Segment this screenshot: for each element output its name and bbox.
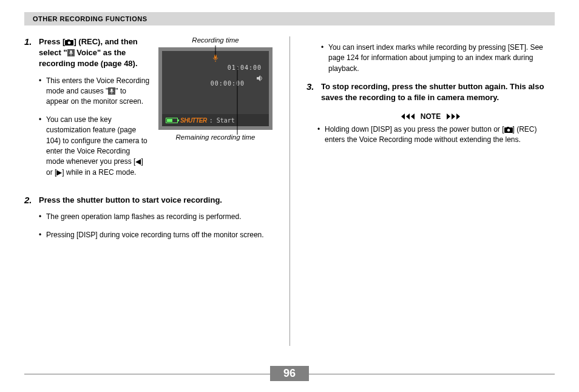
screen-time-top: 01:04:00: [228, 64, 262, 71]
svg-point-2: [68, 41, 71, 44]
step-1-bullet-1: This enters the Voice Recording mode and…: [39, 76, 150, 107]
note-arrow-left-icon: [401, 113, 417, 120]
svg-point-16: [507, 129, 510, 132]
step-3: 3. To stop recording, press the shutter …: [306, 81, 555, 103]
mic-square-icon: [67, 49, 75, 56]
svg-rect-7: [111, 89, 113, 92]
step-number-3: 3.: [306, 81, 316, 103]
footer-rule-left: [24, 374, 274, 374]
left-column: 1. Press [] (REC), and then select " Voi…: [24, 36, 277, 254]
camera-icon: [504, 127, 513, 133]
column-divider: [290, 36, 290, 346]
right-top-bullet: You can insert index marks while recordi…: [321, 42, 555, 74]
svg-rect-1: [67, 39, 70, 41]
step-number-2: 2.: [24, 195, 34, 248]
step-2-bullet-1: The green operation lamp flashes as reco…: [39, 212, 273, 222]
step-1-bullet-2: You can use the key customization featur…: [39, 115, 150, 178]
body-columns: 1. Press [] (REC), and then select " Voi…: [24, 36, 555, 254]
note-bullet-1: Holding down [DISP] as you press the pow…: [317, 124, 555, 146]
mic-icon: [212, 55, 218, 63]
page-number: 96: [270, 366, 309, 381]
screen-mock: 01:04:00 00:00:00 SHUTTER : Start: [158, 47, 273, 130]
figure: Recording time 01:04:00 00:00:00: [158, 36, 273, 191]
step-3-title: To stop recording, press the shutter but…: [321, 81, 555, 103]
step-2-bullet-2: Pressing [DISP] during voice recording t…: [39, 230, 273, 240]
step-1-b1-a: This enters the Voice Recording mode and…: [46, 76, 149, 95]
note-heading: NOTE: [306, 112, 555, 121]
shutter-label: SHUTTER: [180, 117, 207, 124]
figure-label-bottom: Remaining recording time: [158, 133, 273, 141]
svg-rect-9: [214, 55, 217, 59]
mic-square-icon: [108, 87, 115, 95]
svg-rect-4: [70, 50, 72, 53]
step-2-title: Press the shutter button to start voice …: [39, 195, 273, 206]
step-1-title-a: Press [: [39, 37, 65, 46]
step-number-1: 1.: [24, 36, 34, 185]
camera-icon: [65, 39, 73, 46]
section-header: OTHER RECORDING FUNCTIONS: [24, 12, 555, 25]
step-2: 2. Press the shutter button to start voi…: [24, 195, 273, 248]
screen-time-bottom: 00:00:00: [211, 80, 245, 87]
footer-rule-right: [305, 374, 555, 374]
note-arrow-right-icon: [444, 113, 460, 120]
svg-rect-15: [507, 127, 509, 128]
page-content: OTHER RECORDING FUNCTIONS 1. Press [] (R…: [24, 12, 555, 386]
svg-marker-11: [257, 75, 260, 81]
figure-label-top: Recording time: [158, 36, 273, 44]
step-1: 1. Press [] (REC), and then select " Voi…: [24, 36, 150, 185]
right-column: You can insert index marks while recordi…: [302, 36, 555, 254]
speaker-icon: [257, 75, 263, 83]
step-1-title: Press [] (REC), and then select " Voice"…: [39, 36, 150, 70]
battery-icon: [166, 118, 178, 123]
note-label: NOTE: [421, 112, 441, 121]
start-label: : Start: [209, 117, 235, 124]
note-b1-a: Holding down [DISP] as you press the pow…: [325, 125, 504, 133]
